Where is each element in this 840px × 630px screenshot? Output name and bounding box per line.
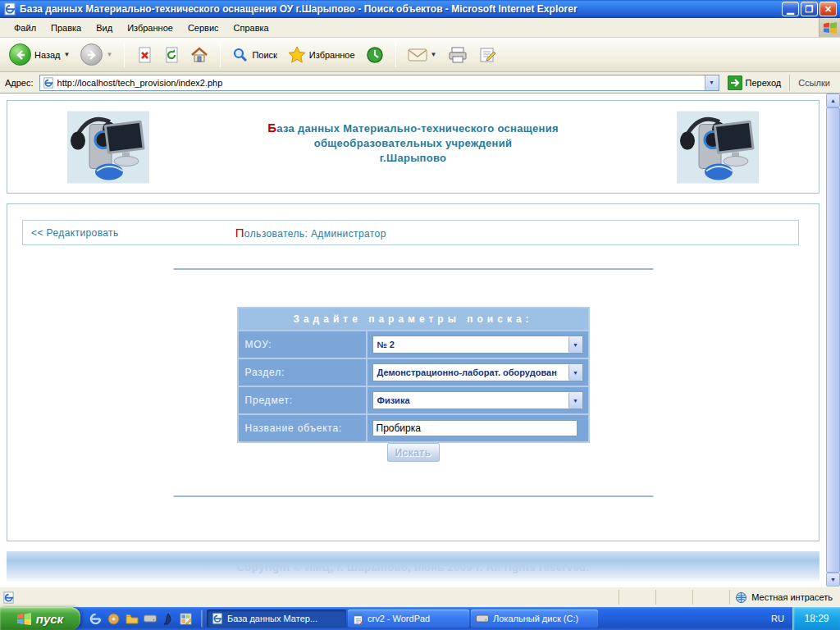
page-title-line1: аза данных Материально-технического осна… <box>276 122 559 135</box>
task-label: crv2 - WordPad <box>368 614 430 623</box>
form-row-object-name: Название объекта: <box>239 415 588 441</box>
search-button[interactable]: Поиск <box>230 45 279 65</box>
favorites-label: Избранное <box>309 50 355 60</box>
system-tray: RU 18:29 <box>763 607 840 630</box>
menu-view[interactable]: Вид <box>89 20 120 36</box>
page-title-line2: общеобразовательных учреждений <box>314 137 513 149</box>
scroll-up-icon[interactable]: ▲ <box>826 94 840 107</box>
task-button-database[interactable]: База данных Матер... <box>207 609 346 628</box>
task-button-local-disk[interactable]: Локальный диск (C:) <box>471 609 598 628</box>
toolbar-separator <box>220 43 221 67</box>
menu-tools[interactable]: Сервис <box>180 20 226 36</box>
title-bar: База данных Материально-технического осн… <box>0 0 840 18</box>
ie-task-icon <box>212 613 223 624</box>
forward-button[interactable]: ▼ <box>78 42 115 67</box>
browser-viewport: База данных Материально-технического осн… <box>0 94 840 587</box>
refresh-button[interactable] <box>161 44 182 66</box>
scrollbar-thumb[interactable] <box>826 107 840 573</box>
address-url[interactable]: http://localhost/tech_provision/index2.p… <box>57 78 705 88</box>
print-icon <box>448 46 468 64</box>
menu-file[interactable]: Файл <box>7 20 43 36</box>
close-button[interactable]: ✕ <box>819 2 837 16</box>
scroll-down-icon[interactable]: ▼ <box>826 573 840 587</box>
page-title-line3: г.Шарыпово <box>380 152 447 164</box>
search-icon <box>232 47 249 63</box>
favorites-button[interactable]: Избранное <box>285 44 358 65</box>
mou-select[interactable]: № 2 <box>372 336 583 354</box>
edit-icon <box>478 46 496 64</box>
restore-button[interactable]: ❐ <box>801 2 818 16</box>
edit-button[interactable] <box>476 44 499 66</box>
copyright-footer: Copyright © ИМЦ, г. Шарыпово, июнь 2009 … <box>7 551 819 582</box>
mou-label: МОУ: <box>239 331 366 358</box>
history-button[interactable] <box>363 44 386 66</box>
computer-illustration <box>67 111 149 184</box>
computer-illustration <box>677 111 759 184</box>
mail-dropdown-icon[interactable]: ▼ <box>431 51 437 58</box>
menu-edit[interactable]: Правка <box>43 20 89 36</box>
predmet-select[interactable]: Физика <box>372 391 583 409</box>
address-label: Адрес: <box>3 78 35 88</box>
taskbar-divider <box>201 609 204 628</box>
page-icon <box>43 77 54 89</box>
go-button[interactable]: Переход <box>724 75 786 91</box>
refresh-icon <box>163 46 180 64</box>
home-button[interactable] <box>188 44 211 66</box>
address-input[interactable]: http://localhost/tech_provision/index2.p… <box>39 75 719 91</box>
page-title: База данных Материально-технического осн… <box>163 121 663 166</box>
back-icon <box>9 43 31 66</box>
razdel-select[interactable]: Демонстрационно-лаборат. оборудован <box>372 363 583 381</box>
folder-icon[interactable] <box>125 612 139 626</box>
form-row-razdel: Раздел: Демонстрационно-лаборат. оборудо… <box>239 359 588 386</box>
minimize-button[interactable]: ▁ <box>782 2 799 16</box>
security-zone: Местная интрасеть <box>729 590 838 605</box>
back-dropdown-icon[interactable]: ▼ <box>64 51 71 58</box>
object-name-input[interactable] <box>372 420 578 436</box>
menu-favorites[interactable]: Избранное <box>120 20 180 36</box>
task-button-wordpad[interactable]: crv2 - WordPad <box>348 609 469 628</box>
chevron-down-icon[interactable] <box>568 392 582 409</box>
home-icon <box>190 46 208 64</box>
ie-quicklaunch-icon[interactable] <box>89 612 103 626</box>
quick-launch <box>80 612 199 626</box>
menu-help[interactable]: Справка <box>226 20 276 36</box>
language-indicator[interactable]: RU <box>763 614 792 623</box>
address-dropdown-icon[interactable] <box>705 75 719 90</box>
stop-icon <box>136 46 153 64</box>
predmet-label: Предмет: <box>239 387 366 413</box>
mou-select-value: № 2 <box>373 340 568 349</box>
start-button[interactable]: пуск <box>0 607 80 630</box>
vertical-scrollbar[interactable]: ▲ ▼ <box>826 94 840 587</box>
stop-button[interactable] <box>134 44 155 66</box>
media-cd-icon[interactable] <box>107 612 121 626</box>
print-button[interactable] <box>445 44 470 66</box>
user-label-initial: П <box>235 226 244 240</box>
app-swoosh-icon[interactable] <box>161 612 175 626</box>
main-content-box: << Редактировать Пользователь: Администр… <box>7 203 819 541</box>
status-bar: Местная интрасеть <box>0 587 840 607</box>
mail-button[interactable]: ▼ <box>405 46 440 64</box>
divider-line <box>173 268 653 270</box>
browser-toolbar: Назад ▼ ▼ Поиск Избранное <box>0 38 840 72</box>
search-submit-button[interactable]: Искать <box>387 443 440 462</box>
edit-link[interactable]: << Редактировать <box>31 227 119 239</box>
favorites-star-icon <box>288 46 306 63</box>
mail-icon <box>408 48 427 62</box>
links-label[interactable]: Ссылки <box>789 75 837 91</box>
divider-line <box>173 495 653 497</box>
status-pane <box>692 590 729 605</box>
taskbar: пуск База данных Матер <box>0 607 840 630</box>
ie-logo-icon <box>3 2 16 16</box>
php-editor-icon[interactable] <box>179 612 193 626</box>
disk-icon <box>476 614 489 623</box>
start-label: пуск <box>36 612 63 626</box>
back-button[interactable]: Назад ▼ <box>7 42 72 67</box>
user-label-rest: ользователь: Администратор <box>244 228 386 240</box>
disk-drive-icon[interactable] <box>143 612 157 626</box>
razdel-select-value: Демонстрационно-лаборат. оборудован <box>373 368 568 377</box>
razdel-label: Раздел: <box>239 359 366 386</box>
chevron-down-icon[interactable] <box>568 336 582 353</box>
object-name-label: Название объекта: <box>239 415 366 441</box>
chevron-down-icon[interactable] <box>568 364 582 381</box>
status-pane <box>655 590 692 605</box>
